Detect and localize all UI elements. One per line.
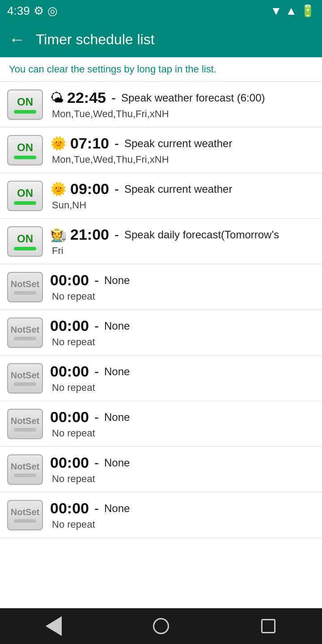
item-content-3: 🌞 09:00 - Speak current weather Sun,NH: [50, 180, 315, 211]
item-main-8: 00:00 - None: [50, 408, 315, 426]
item-main-3: 🌞 09:00 - Speak current weather: [50, 180, 315, 198]
list-item[interactable]: ON 🌞 09:00 - Speak current weather Sun,N…: [0, 173, 322, 219]
status-left: 4:39 ⚙ ◎: [7, 4, 58, 18]
item-emoji-2: 🌞: [50, 136, 67, 151]
item-dash-8: -: [94, 410, 99, 425]
toggle-label-5: NotSet: [11, 279, 39, 289]
toggle-button-6[interactable]: NotSet: [7, 318, 43, 348]
toggle-indicator-2: [14, 156, 36, 159]
item-repeat-10: No repeat: [52, 519, 315, 530]
list-item[interactable]: ON 🌤 22:45 - Speak weather forecast (6:0…: [0, 82, 322, 127]
item-main-2: 🌞 07:10 - Speak current weather: [50, 135, 315, 152]
item-action-8: None: [104, 411, 130, 424]
item-main-5: 00:00 - None: [50, 271, 315, 289]
toggle-button-9[interactable]: NotSet: [7, 454, 43, 485]
status-right: ▼ ▲ 🔋: [271, 4, 315, 18]
item-content-7: 00:00 - None No repeat: [50, 363, 315, 394]
item-time-6: 00:00: [50, 317, 89, 335]
back-nav-icon: [46, 616, 62, 636]
item-main-6: 00:00 - None: [50, 317, 315, 335]
item-time-8: 00:00: [50, 408, 89, 426]
toggle-button-8[interactable]: NotSet: [7, 409, 43, 439]
item-dash-3: -: [114, 182, 119, 197]
hint-text: You can clear the settings by long tap i…: [9, 64, 216, 75]
list-item[interactable]: ON 🧑‍🌾 21:00 - Speak daily forecast(Tomo…: [0, 219, 322, 264]
item-action-7: None: [104, 365, 130, 378]
nav-back-button[interactable]: [40, 613, 67, 640]
toggle-label-9: NotSet: [11, 462, 39, 472]
home-nav-icon: [153, 618, 169, 634]
item-content-10: 00:00 - None No repeat: [50, 500, 315, 530]
item-content-6: 00:00 - None No repeat: [50, 317, 315, 348]
item-repeat-8: No repeat: [52, 428, 315, 439]
item-repeat-2: Mon,Tue,Wed,Thu,Fri,xNH: [52, 154, 315, 165]
toggle-button-10[interactable]: NotSet: [7, 500, 43, 530]
list-item[interactable]: NotSet 00:00 - None No repeat: [0, 356, 322, 401]
toggle-indicator-6: [14, 337, 36, 340]
toggle-button-3[interactable]: ON: [7, 181, 43, 211]
toggle-indicator-3: [14, 201, 36, 205]
item-content-2: 🌞 07:10 - Speak current weather Mon,Tue,…: [50, 135, 315, 165]
list-item[interactable]: NotSet 00:00 - None No repeat: [0, 310, 322, 356]
location-icon: ◎: [47, 4, 58, 18]
toggle-button-7[interactable]: NotSet: [7, 363, 43, 394]
item-action-3: Speak current weather: [124, 183, 232, 195]
toggle-button-2[interactable]: ON: [7, 135, 43, 165]
item-main-7: 00:00 - None: [50, 363, 315, 380]
item-time-3: 09:00: [70, 180, 109, 198]
item-time-9: 00:00: [50, 454, 89, 471]
settings-icon: ⚙: [34, 4, 44, 18]
item-action-2: Speak current weather: [124, 137, 232, 150]
back-button[interactable]: ←: [9, 30, 25, 49]
toggle-button-4[interactable]: ON: [7, 226, 43, 257]
toggle-button-1[interactable]: ON: [7, 89, 43, 120]
item-content-8: 00:00 - None No repeat: [50, 408, 315, 439]
list-item[interactable]: NotSet 00:00 - None No repeat: [0, 264, 322, 310]
item-repeat-9: No repeat: [52, 473, 315, 485]
toggle-indicator-5: [14, 291, 36, 295]
toggle-indicator-7: [14, 382, 36, 386]
item-dash-4: -: [114, 227, 119, 242]
toggle-indicator-8: [14, 428, 36, 432]
item-action-10: None: [104, 502, 130, 515]
item-repeat-6: No repeat: [52, 336, 315, 348]
signal-icon: ▲: [285, 4, 297, 18]
toggle-label-10: NotSet: [11, 507, 39, 517]
hint-bar: You can clear the settings by long tap i…: [0, 57, 322, 82]
page-title: Timer schedule list: [36, 31, 155, 48]
nav-recent-button[interactable]: [255, 613, 282, 640]
toggle-label-3: ON: [17, 187, 33, 199]
item-dash-5: -: [94, 273, 99, 288]
nav-bar: [0, 608, 322, 644]
toggle-indicator-10: [14, 519, 36, 523]
item-time-1: 22:45: [67, 89, 106, 106]
item-dash-2: -: [114, 136, 119, 151]
item-emoji-4: 🧑‍🌾: [50, 227, 67, 242]
item-time-5: 00:00: [50, 271, 89, 289]
item-time-10: 00:00: [50, 500, 89, 517]
item-dash-9: -: [94, 455, 99, 470]
list-item[interactable]: ON 🌞 07:10 - Speak current weather Mon,T…: [0, 127, 322, 173]
item-main-4: 🧑‍🌾 21:00 - Speak daily forecast(Tomorro…: [50, 226, 315, 243]
recent-nav-icon: [261, 619, 275, 633]
item-content-4: 🧑‍🌾 21:00 - Speak daily forecast(Tomorro…: [50, 226, 315, 257]
item-repeat-5: No repeat: [52, 291, 315, 302]
list-item[interactable]: NotSet 00:00 - None No repeat: [0, 401, 322, 447]
item-main-10: 00:00 - None: [50, 500, 315, 517]
item-repeat-7: No repeat: [52, 382, 315, 394]
item-content-9: 00:00 - None No repeat: [50, 454, 315, 485]
list-item[interactable]: NotSet 00:00 - None No repeat: [0, 492, 322, 538]
item-dash-7: -: [94, 364, 99, 379]
schedule-list: ON 🌤 22:45 - Speak weather forecast (6:0…: [0, 82, 322, 608]
toggle-indicator-4: [14, 247, 36, 250]
toggle-label-1: ON: [17, 96, 33, 108]
toggle-button-5[interactable]: NotSet: [7, 272, 43, 302]
item-time-2: 07:10: [70, 135, 109, 152]
item-main-9: 00:00 - None: [50, 454, 315, 471]
item-content-5: 00:00 - None No repeat: [50, 271, 315, 302]
toggle-indicator-1: [14, 110, 36, 114]
nav-home-button[interactable]: [148, 613, 174, 640]
status-time: 4:39: [7, 4, 30, 18]
list-item[interactable]: NotSet 00:00 - None No repeat: [0, 447, 322, 492]
item-dash-10: -: [94, 501, 99, 516]
